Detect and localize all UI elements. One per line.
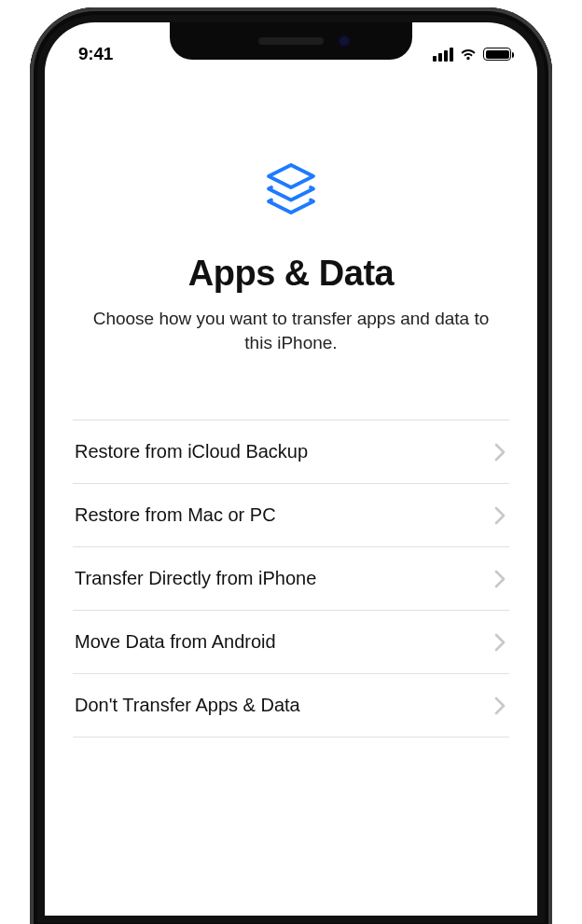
option-label: Restore from Mac or PC <box>75 504 276 526</box>
page-subtitle: Choose how you want to transfer apps and… <box>73 307 509 354</box>
option-move-android[interactable]: Move Data from Android <box>73 611 509 674</box>
speaker-grille <box>258 37 324 45</box>
page-title: Apps & Data <box>73 254 509 294</box>
option-restore-mac-pc[interactable]: Restore from Mac or PC <box>73 484 509 547</box>
option-label: Restore from iCloud Backup <box>75 441 308 462</box>
screen: 9:41 <box>45 22 537 916</box>
chevron-right-icon <box>494 696 506 715</box>
apps-data-icon <box>73 159 509 228</box>
option-transfer-iphone[interactable]: Transfer Directly from iPhone <box>73 547 509 611</box>
option-restore-icloud[interactable]: Restore from iCloud Backup <box>73 421 509 484</box>
setup-content: Apps & Data Choose how you want to trans… <box>45 75 537 738</box>
chevron-right-icon <box>494 443 506 462</box>
status-time: 9:41 <box>78 44 172 64</box>
chevron-right-icon <box>494 506 506 525</box>
chevron-right-icon <box>494 570 506 588</box>
phone-frame: 9:41 <box>30 7 552 924</box>
front-camera <box>338 34 351 48</box>
options-list: Restore from iCloud Backup Restore from … <box>73 420 509 738</box>
battery-icon <box>483 48 511 61</box>
chevron-right-icon <box>494 633 506 652</box>
option-label: Transfer Directly from iPhone <box>75 568 316 589</box>
cellular-signal-icon <box>433 48 453 62</box>
wifi-icon <box>459 48 478 61</box>
option-label: Move Data from Android <box>75 631 276 653</box>
status-indicators <box>409 48 511 62</box>
notch <box>170 22 412 60</box>
option-label: Don't Transfer Apps & Data <box>75 695 300 716</box>
option-dont-transfer[interactable]: Don't Transfer Apps & Data <box>73 674 509 738</box>
